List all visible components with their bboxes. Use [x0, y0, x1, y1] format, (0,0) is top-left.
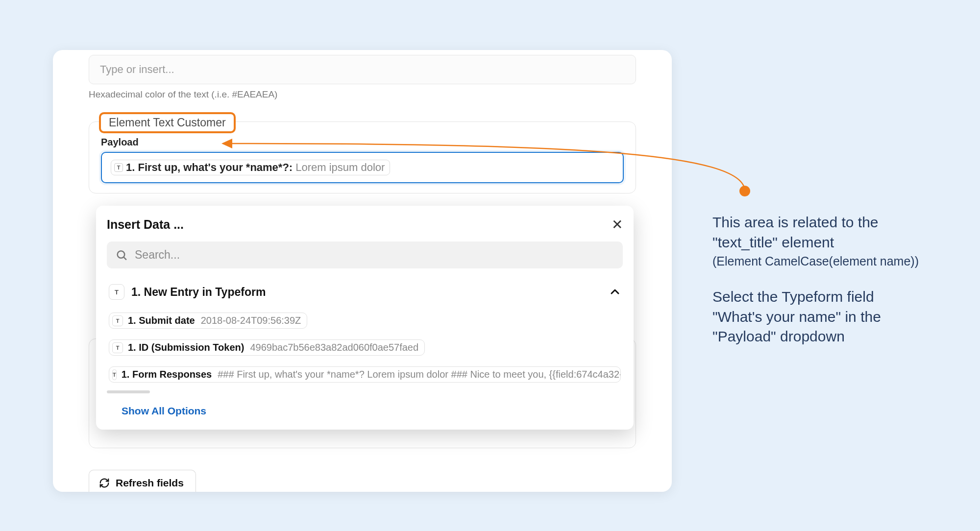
element-text-customer-section: Element Text Customer Payload T 1. First…	[89, 121, 636, 193]
hex-color-input[interactable]	[89, 55, 636, 84]
horizontal-scrollbar[interactable]	[107, 390, 150, 393]
search-input[interactable]	[135, 248, 614, 262]
section-title-highlight: Element Text Customer	[99, 112, 236, 133]
show-all-options-link[interactable]: Show All Options	[107, 405, 623, 417]
chevron-up-icon	[609, 286, 621, 298]
group-typeform[interactable]: T 1. New Entry in Typeform	[107, 279, 623, 305]
item-type-icon: T	[112, 342, 123, 353]
annotation-line2c: "Payload" dropdown	[712, 327, 950, 347]
payload-label: Payload	[101, 137, 624, 148]
item-label: 1. Form Responses	[122, 369, 212, 380]
svg-point-0	[118, 251, 125, 258]
refresh-fields-button[interactable]: Refresh fields	[89, 470, 196, 492]
item-label: 1. ID (Submission Token)	[128, 342, 244, 353]
close-icon: ✕	[612, 217, 623, 232]
section-title: Element Text Customer	[109, 116, 226, 129]
item-label: 1. Submit date	[128, 315, 195, 326]
group-type-icon: T	[109, 284, 124, 300]
annotation-line1a: This area is related to the	[712, 213, 950, 233]
payload-selected-pill[interactable]: T 1. First up, what's your *name*?: Lore…	[111, 160, 390, 175]
item-value: 2018-08-24T09:56:39Z	[201, 315, 301, 326]
annotation-line2a: Select the Typeform field	[712, 287, 950, 307]
refresh-icon	[99, 478, 110, 488]
item-value: ### First up, what's your *name*? Lorem …	[218, 369, 621, 380]
refresh-fields-label: Refresh fields	[116, 477, 184, 489]
group-title: 1. New Entry in Typeform	[131, 286, 266, 299]
payload-input[interactable]: T 1. First up, what's your *name*?: Lore…	[101, 152, 624, 183]
insert-data-dropdown: Insert Data ... ✕ T 1. New Entry in Type…	[96, 206, 634, 430]
dropdown-item[interactable]: T 1. Submit date 2018-08-24T09:56:39Z	[107, 310, 623, 332]
annotation-line2b: "What's your name" in the	[712, 307, 950, 327]
search-icon	[116, 249, 128, 262]
pill-value: Lorem ipsum dolor	[295, 161, 385, 174]
dropdown-search[interactable]	[107, 241, 623, 268]
annotation-line1b: "text_title" element	[712, 233, 950, 253]
card-inner: Hexadecimal color of the text (.i.e. #EA…	[53, 50, 672, 193]
item-value: 4969bac7b56e83a82ad060f0ae57faed	[250, 342, 418, 353]
annotation-sub: (Element CamelCase(element name))	[712, 254, 950, 268]
hex-color-helper: Hexadecimal color of the text (.i.e. #EA…	[89, 89, 636, 100]
item-type-icon: T	[112, 369, 117, 380]
item-type-icon: T	[112, 315, 123, 326]
svg-line-1	[123, 257, 126, 259]
pill-type-icon: T	[114, 163, 123, 172]
dropdown-title: Insert Data ...	[107, 217, 184, 232]
dropdown-item[interactable]: T 1. ID (Submission Token) 4969bac7b56e8…	[107, 337, 623, 359]
close-button[interactable]: ✕	[612, 217, 623, 233]
dropdown-header: Insert Data ... ✕	[107, 217, 623, 233]
annotation-text: This area is related to the "text_title"…	[712, 213, 950, 347]
pill-label: 1. First up, what's your *name*?:	[126, 161, 293, 174]
svg-point-3	[739, 186, 750, 196]
dropdown-item[interactable]: T 1. Form Responses ### First up, what's…	[107, 363, 623, 386]
